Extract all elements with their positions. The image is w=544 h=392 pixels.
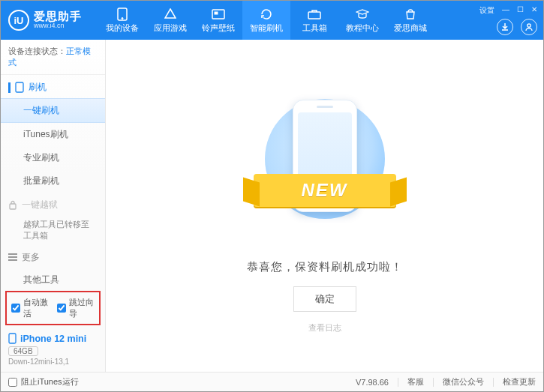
sidebar-item-other-tools[interactable]: 其他工具 bbox=[1, 268, 105, 288]
settings-button[interactable]: 设置 bbox=[479, 5, 494, 16]
group-jailbreak: 一键越狱 bbox=[1, 193, 105, 216]
checkbox-block-itunes-input[interactable] bbox=[8, 378, 17, 387]
apps-icon bbox=[164, 7, 177, 21]
nav-label: 工具箱 bbox=[302, 22, 327, 34]
minimize-button[interactable]: — bbox=[502, 5, 509, 16]
conn-label: 设备连接状态： bbox=[8, 46, 66, 55]
svg-point-5 bbox=[527, 24, 530, 27]
success-illustration: NEW bbox=[246, 86, 404, 244]
checkbox-block-itunes[interactable]: 阻止iTunes运行 bbox=[8, 376, 79, 388]
nav-apps[interactable]: 应用游戏 bbox=[146, 1, 194, 40]
svg-rect-4 bbox=[308, 12, 320, 19]
menu-icon bbox=[8, 253, 17, 261]
nav-label: 我的设备 bbox=[106, 22, 139, 34]
maximize-button[interactable]: ☐ bbox=[517, 5, 524, 16]
app-title: 爱思助手 bbox=[34, 10, 82, 23]
nav-my-device[interactable]: 我的设备 bbox=[98, 1, 146, 40]
phone-icon bbox=[116, 7, 129, 21]
device-name: iPhone 12 mini bbox=[20, 334, 86, 344]
checkbox-auto-activate-input[interactable] bbox=[11, 304, 20, 313]
svg-rect-10 bbox=[8, 259, 17, 261]
version-label: V7.98.66 bbox=[356, 378, 389, 387]
logo-text: 爱思助手 www.i4.cn bbox=[34, 10, 82, 30]
group-more-label: 更多 bbox=[22, 251, 40, 264]
svg-rect-11 bbox=[9, 334, 16, 343]
store-icon bbox=[404, 7, 417, 21]
wallpaper-icon bbox=[212, 7, 225, 21]
checkbox-label: 阻止iTunes运行 bbox=[21, 376, 79, 388]
title-right: 设置 — ☐ ✕ bbox=[479, 5, 537, 35]
nav-flash[interactable]: 智能刷机 bbox=[242, 1, 290, 40]
group-flash-label: 刷机 bbox=[29, 81, 47, 94]
svg-rect-3 bbox=[215, 12, 218, 14]
device-sub: Down-12mini-13,1 bbox=[8, 358, 98, 366]
wechat-link[interactable]: 微信公众号 bbox=[443, 376, 484, 388]
logo: iU 爱思助手 www.i4.cn bbox=[8, 10, 98, 31]
checkbox-skip-wizard[interactable]: 跳过向导 bbox=[57, 297, 95, 319]
nav-label: 智能刷机 bbox=[250, 22, 283, 34]
svg-point-1 bbox=[122, 17, 123, 19]
nav-label: 教程中心 bbox=[346, 22, 379, 34]
top-nav: 我的设备 应用游戏 铃声壁纸 智能刷机 工具箱 教程中心 bbox=[98, 1, 479, 40]
nav-toolbox[interactable]: 工具箱 bbox=[290, 1, 338, 40]
device-name-row: iPhone 12 mini bbox=[8, 333, 98, 344]
svg-rect-8 bbox=[8, 253, 17, 255]
svg-rect-6 bbox=[16, 82, 23, 92]
checkbox-auto-activate[interactable]: 自动激活 bbox=[11, 297, 50, 319]
svg-rect-9 bbox=[8, 256, 17, 258]
nav-tutorial[interactable]: 教程中心 bbox=[338, 1, 386, 40]
logo-icon: iU bbox=[8, 10, 29, 31]
nav-label: 铃声壁纸 bbox=[202, 22, 235, 34]
group-more[interactable]: 更多 bbox=[1, 245, 105, 268]
app-url: www.i4.cn bbox=[34, 22, 82, 30]
download-button[interactable] bbox=[497, 19, 513, 35]
separator bbox=[493, 378, 494, 387]
svg-rect-2 bbox=[212, 10, 224, 19]
device-storage: 64GB bbox=[8, 346, 38, 356]
group-flash[interactable]: 刷机 bbox=[1, 75, 105, 98]
bar-icon bbox=[8, 82, 11, 93]
lock-icon bbox=[8, 200, 17, 210]
jailbreak-note: 越狱工具已转移至 工具箱 bbox=[1, 216, 105, 245]
nav-store[interactable]: 爱思商城 bbox=[386, 1, 434, 40]
new-ribbon: NEW bbox=[254, 174, 396, 207]
nav-label: 应用游戏 bbox=[154, 22, 187, 34]
title-bar: iU 爱思助手 www.i4.cn 我的设备 应用游戏 铃声壁纸 智能刷机 bbox=[1, 1, 543, 40]
window-controls: 设置 — ☐ ✕ bbox=[479, 5, 537, 16]
group-jailbreak-label: 一键越狱 bbox=[22, 199, 58, 211]
checkbox-label: 自动激活 bbox=[23, 297, 50, 319]
device-info[interactable]: iPhone 12 mini 64GB Down-12mini-13,1 bbox=[1, 328, 105, 372]
success-message: 恭喜您，保资料刷机成功啦！ bbox=[247, 260, 403, 274]
account-button[interactable] bbox=[521, 19, 537, 35]
svg-rect-7 bbox=[10, 204, 16, 209]
sidebar-item-pro-flash[interactable]: 专业刷机 bbox=[1, 146, 105, 169]
footer: 阻止iTunes运行 V7.98.66 客服 微信公众号 检查更新 bbox=[1, 372, 543, 391]
service-link[interactable]: 客服 bbox=[407, 376, 424, 388]
sidebar: 设备连接状态：正常模式 刷机 一键刷机 iTunes刷机 专业刷机 批量刷机 一… bbox=[1, 40, 106, 372]
main-panel: NEW 恭喜您，保资料刷机成功啦！ 确定 查看日志 bbox=[106, 40, 543, 372]
view-log-link[interactable]: 查看日志 bbox=[308, 322, 341, 334]
sidebar-item-one-key-flash[interactable]: 一键刷机 bbox=[1, 98, 105, 123]
close-button[interactable]: ✕ bbox=[531, 5, 537, 16]
update-link[interactable]: 检查更新 bbox=[503, 376, 536, 388]
ok-button[interactable]: 确定 bbox=[293, 286, 356, 312]
nav-label: 爱思商城 bbox=[394, 22, 427, 34]
connection-status: 设备连接状态：正常模式 bbox=[1, 40, 105, 75]
ribbon-text: NEW bbox=[302, 180, 348, 201]
sidebar-item-itunes-flash[interactable]: iTunes刷机 bbox=[1, 123, 105, 146]
separator bbox=[398, 378, 398, 387]
checkbox-skip-wizard-input[interactable] bbox=[57, 304, 66, 313]
checks-highlight-box: 自动激活 跳过向导 bbox=[5, 291, 101, 325]
separator bbox=[433, 378, 434, 387]
app-body: 设备连接状态：正常模式 刷机 一键刷机 iTunes刷机 专业刷机 批量刷机 一… bbox=[1, 40, 543, 372]
checkbox-label: 跳过向导 bbox=[69, 297, 95, 319]
sidebar-item-batch-flash[interactable]: 批量刷机 bbox=[1, 169, 105, 193]
app-window: iU 爱思助手 www.i4.cn 我的设备 应用游戏 铃声壁纸 智能刷机 bbox=[0, 0, 544, 392]
phone-small-icon bbox=[15, 82, 24, 93]
tutorial-icon bbox=[356, 7, 369, 21]
refresh-icon bbox=[260, 7, 273, 21]
nav-wallpaper[interactable]: 铃声壁纸 bbox=[194, 1, 242, 40]
device-phone-icon bbox=[8, 333, 17, 344]
toolbox-icon bbox=[308, 7, 321, 21]
